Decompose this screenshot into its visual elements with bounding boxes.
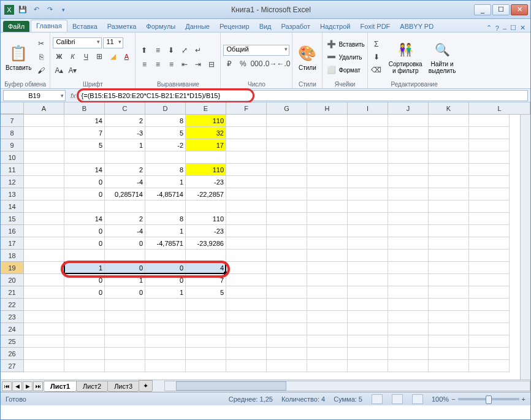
tab-addins[interactable]: Надстрой: [315, 21, 355, 32]
col-header-K[interactable]: K: [429, 102, 469, 114]
cell[interactable]: [307, 139, 348, 151]
cell[interactable]: 5: [64, 139, 105, 151]
align-bottom-icon[interactable]: ⬇: [165, 44, 177, 56]
cell[interactable]: [24, 164, 64, 176]
select-all-corner[interactable]: [1, 102, 24, 114]
sheet-tab-2[interactable]: Лист2: [76, 381, 108, 392]
cell[interactable]: 7: [64, 127, 105, 139]
cell[interactable]: 0: [64, 188, 105, 200]
cell[interactable]: [348, 127, 388, 139]
cell[interactable]: [429, 311, 469, 323]
grow-font-icon[interactable]: A▴: [53, 64, 65, 77]
cell[interactable]: [307, 250, 348, 262]
fx-icon[interactable]: fx: [68, 92, 78, 99]
cell[interactable]: 2: [105, 115, 145, 127]
cell[interactable]: [226, 176, 267, 188]
cell[interactable]: [469, 262, 510, 274]
cell[interactable]: [469, 164, 510, 176]
row-header[interactable]: 10: [1, 151, 24, 164]
tab-developer[interactable]: Разработ: [277, 21, 315, 32]
comma-icon[interactable]: 000: [250, 58, 262, 70]
col-header-H[interactable]: H: [307, 102, 348, 114]
row-header[interactable]: 21: [1, 286, 24, 299]
row-header[interactable]: 22: [1, 299, 24, 311]
cell[interactable]: [24, 299, 64, 311]
cell[interactable]: [226, 262, 267, 274]
cell[interactable]: [105, 360, 145, 372]
minimize-ribbon-icon[interactable]: ⌃: [486, 24, 492, 32]
align-middle-icon[interactable]: ≡: [151, 44, 164, 56]
qat-dropdown-icon[interactable]: ▾: [57, 4, 69, 16]
cell[interactable]: [469, 274, 510, 286]
cell[interactable]: -22,2857: [186, 188, 226, 200]
cell[interactable]: [307, 213, 348, 225]
cell[interactable]: -4,85714: [145, 188, 186, 200]
cell[interactable]: [388, 237, 429, 250]
close-button[interactable]: ✕: [511, 4, 528, 15]
view-normal-icon[interactable]: [372, 394, 383, 404]
cell[interactable]: [186, 299, 226, 311]
copy-icon[interactable]: ⎘: [35, 51, 47, 63]
cell[interactable]: [186, 335, 226, 348]
cell[interactable]: [388, 225, 429, 237]
cell[interactable]: [388, 274, 429, 286]
minimize-button[interactable]: _: [474, 4, 491, 15]
cell[interactable]: [388, 299, 429, 311]
col-header-F[interactable]: F: [226, 102, 267, 114]
cell[interactable]: 8: [145, 213, 186, 225]
cell[interactable]: [469, 176, 510, 188]
row-header[interactable]: 9: [1, 139, 24, 151]
cell[interactable]: [226, 237, 267, 250]
cell[interactable]: [64, 311, 105, 323]
cell[interactable]: [24, 237, 64, 250]
cell[interactable]: [469, 250, 510, 262]
align-top-icon[interactable]: ⬆: [138, 44, 150, 56]
cell[interactable]: [24, 115, 64, 127]
tab-home[interactable]: Главная: [31, 20, 67, 32]
cell[interactable]: 32: [186, 127, 226, 139]
row-header[interactable]: 11: [1, 164, 24, 176]
cell[interactable]: 0: [64, 176, 105, 188]
cell[interactable]: 1: [105, 139, 145, 151]
cell[interactable]: [226, 360, 267, 372]
cell[interactable]: [226, 164, 267, 176]
cell[interactable]: [469, 323, 510, 335]
cell[interactable]: [267, 311, 307, 323]
cell[interactable]: [348, 213, 388, 225]
border-icon[interactable]: ⊞: [93, 50, 105, 63]
cell[interactable]: [64, 323, 105, 335]
cell[interactable]: [388, 127, 429, 139]
cell[interactable]: 7: [186, 274, 226, 286]
tab-nav-first[interactable]: ⏮: [2, 381, 12, 391]
cell[interactable]: [105, 250, 145, 262]
tab-review[interactable]: Рецензир: [215, 21, 254, 32]
col-header-C[interactable]: C: [105, 102, 145, 114]
italic-icon[interactable]: К: [66, 50, 78, 63]
tab-formulas[interactable]: Формулы: [141, 21, 180, 32]
horizontal-scrollbar[interactable]: [164, 381, 530, 391]
cell[interactable]: [429, 164, 469, 176]
cell[interactable]: 0: [64, 225, 105, 237]
cell[interactable]: [469, 200, 510, 213]
cell[interactable]: 0: [64, 237, 105, 250]
cell[interactable]: [267, 323, 307, 335]
row-header[interactable]: 16: [1, 225, 24, 237]
view-layout-icon[interactable]: [392, 394, 403, 404]
align-center-icon[interactable]: ≡: [151, 58, 164, 71]
cell[interactable]: [145, 200, 186, 213]
cell[interactable]: [348, 176, 388, 188]
cell[interactable]: 0: [105, 237, 145, 250]
percent-icon[interactable]: %: [237, 58, 249, 70]
col-header-G[interactable]: G: [267, 102, 307, 114]
cell[interactable]: 110: [186, 164, 226, 176]
col-header-J[interactable]: J: [388, 102, 429, 114]
cell[interactable]: [388, 286, 429, 299]
paste-button[interactable]: 📋 Вставить: [3, 34, 34, 80]
cell[interactable]: [469, 237, 510, 250]
row-header[interactable]: 17: [1, 237, 24, 250]
cell[interactable]: [105, 348, 145, 360]
insert-cells-icon[interactable]: ➕: [325, 38, 337, 50]
cell[interactable]: [226, 323, 267, 335]
cell[interactable]: [307, 200, 348, 213]
tab-abbyy[interactable]: ABBYY PD: [395, 21, 438, 32]
